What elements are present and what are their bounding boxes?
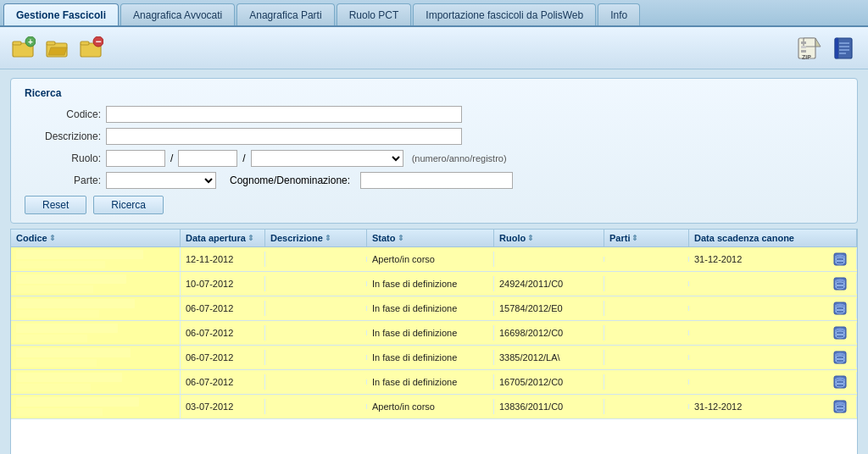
toolbar: + − xyxy=(0,27,868,69)
cell-stato: In fase di definizione xyxy=(367,350,494,365)
cell-ruolo: 16705/2012/C0 xyxy=(494,374,604,390)
cell-data: 12-11-2012 xyxy=(181,252,265,267)
cell-stato: Aperto/in corso xyxy=(367,252,494,267)
cell-parti xyxy=(604,257,689,262)
svg-text:+: + xyxy=(28,37,33,47)
reset-button[interactable]: Reset xyxy=(25,196,86,214)
th-descrizione[interactable]: Descrizione ⇕ xyxy=(265,230,367,246)
tab-anagrafica-parti[interactable]: Anagrafica Parti xyxy=(236,3,334,25)
cell-scadenza xyxy=(689,274,857,294)
remove-folder-button[interactable]: − xyxy=(78,35,105,62)
codice-row: Codice: xyxy=(25,106,843,123)
table-row[interactable]: 03-07-2012 Aperto/in corso 13836/2011/C0… xyxy=(11,395,857,419)
table-row[interactable]: 10-07-2012 In fase di definizione 24924/… xyxy=(11,272,857,296)
row-action-button[interactable] xyxy=(829,301,851,316)
sort-icon-ruolo: ⇕ xyxy=(527,234,534,242)
cell-parti xyxy=(604,330,689,335)
cognome-input[interactable] xyxy=(360,172,513,189)
cell-codice xyxy=(11,321,181,345)
cell-data: 06-07-2012 xyxy=(181,301,265,316)
table-row[interactable]: 06-07-2012 In fase di definizione 16705/… xyxy=(11,370,857,395)
row-action-button[interactable] xyxy=(829,399,851,414)
cell-descrizione xyxy=(265,281,367,286)
cell-scadenza: 31-12-2012 xyxy=(689,249,857,269)
descrizione-row: Descrizione: xyxy=(25,128,843,145)
table-header: Codice ⇕ Data apertura ⇕ Descrizione ⇕ S… xyxy=(11,230,857,247)
tab-info[interactable]: Info xyxy=(598,3,640,25)
svg-text:ZIP: ZIP xyxy=(802,54,811,60)
cell-scadenza: 31-12-2012 xyxy=(689,396,857,417)
cell-stato: In fase di definizione xyxy=(367,301,494,316)
table-row[interactable]: 06-07-2012 In fase di definizione 3385/2… xyxy=(11,346,857,370)
cell-data: 06-07-2012 xyxy=(181,325,265,340)
table-row[interactable]: 12-11-2012 Aperto/in corso 31-12-2012 xyxy=(11,247,857,272)
tab-ruolo-pct[interactable]: Ruolo PCT xyxy=(337,3,412,25)
svg-rect-14 xyxy=(801,42,806,44)
tab-gestione-fascicoli[interactable]: Gestione Fascicoli xyxy=(3,3,119,25)
cell-stato: In fase di definizione xyxy=(367,276,494,291)
row-action-button[interactable] xyxy=(829,350,851,365)
toolbar-right: ZIP xyxy=(797,35,858,62)
cell-descrizione xyxy=(265,379,367,385)
cell-descrizione xyxy=(265,257,367,262)
add-folder-button[interactable]: + xyxy=(10,35,37,62)
th-ruolo[interactable]: Ruolo ⇕ xyxy=(494,230,604,246)
svg-point-49 xyxy=(836,352,844,356)
cell-descrizione xyxy=(265,330,367,335)
descrizione-input[interactable] xyxy=(106,128,462,145)
sort-icon-desc: ⇕ xyxy=(325,234,331,242)
database-icon xyxy=(832,374,848,390)
tab-anagrafica-avvocati[interactable]: Anagrafica Avvocati xyxy=(120,3,235,25)
cell-codice xyxy=(11,370,181,394)
ricerca-button[interactable]: Ricerca xyxy=(93,196,164,214)
th-stato[interactable]: Stato ⇕ xyxy=(367,230,494,246)
table-row[interactable]: 06-07-2012 In fase di definizione 15784/… xyxy=(11,296,857,321)
th-scadenza[interactable]: Data scadenza canone xyxy=(689,230,857,246)
database-icon xyxy=(832,252,848,267)
cell-ruolo: 24924/2011/C0 xyxy=(494,276,604,291)
book-icon xyxy=(832,36,856,60)
cell-data: 10-07-2012 xyxy=(181,276,265,291)
zip-button[interactable]: ZIP xyxy=(797,35,824,62)
table-row[interactable]: 06-07-2012 In fase di definizione 16698/… xyxy=(11,321,857,346)
cell-ruolo: 13836/2011/C0 xyxy=(494,399,604,414)
cell-parti xyxy=(604,379,689,385)
cell-parti xyxy=(604,281,689,286)
cell-descrizione xyxy=(265,306,367,311)
book-button[interactable] xyxy=(831,35,858,62)
cell-parti xyxy=(604,404,689,409)
cell-scadenza xyxy=(689,372,857,392)
row-action-button[interactable] xyxy=(829,252,851,267)
cell-data: 03-07-2012 xyxy=(181,399,265,414)
cell-codice xyxy=(11,247,181,271)
tab-bar: Gestione Fascicoli Anagrafica Avvocati A… xyxy=(0,0,868,27)
ruolo-numero-input[interactable] xyxy=(106,150,165,167)
row-action-button[interactable] xyxy=(829,276,851,291)
svg-point-55 xyxy=(836,377,844,380)
open-folder-button[interactable] xyxy=(44,35,71,62)
tab-importazione-fascicoli[interactable]: Importazione fascicoli da PolisWeb xyxy=(413,3,596,25)
cell-codice xyxy=(11,395,181,418)
parte-select[interactable] xyxy=(106,172,216,189)
sort-icon-codice: ⇕ xyxy=(49,234,56,242)
cell-descrizione xyxy=(265,355,367,360)
cell-codice xyxy=(11,296,181,320)
cell-ruolo: 16698/2012/C0 xyxy=(494,325,604,340)
codice-input[interactable] xyxy=(106,106,462,123)
th-codice[interactable]: Codice ⇕ xyxy=(11,230,181,246)
cell-stato: In fase di definizione xyxy=(367,374,494,390)
ruolo-registro-select[interactable] xyxy=(251,150,403,167)
row-action-button[interactable] xyxy=(829,325,851,340)
database-icon xyxy=(832,399,848,414)
parte-row: Parte: Cognome/Denominazione: xyxy=(25,172,843,189)
sort-icon-data: ⇕ xyxy=(248,234,254,242)
cell-ruolo xyxy=(494,257,604,262)
th-data-apertura[interactable]: Data apertura ⇕ xyxy=(181,230,265,246)
svg-rect-5 xyxy=(47,42,55,45)
cell-stato: In fase di definizione xyxy=(367,325,494,340)
th-parti[interactable]: Parti ⇕ xyxy=(604,230,689,246)
cognome-label: Cognome/Denominazione: xyxy=(230,174,350,186)
ruolo-anno-input[interactable] xyxy=(178,150,237,167)
cell-descrizione xyxy=(265,404,367,409)
row-action-button[interactable] xyxy=(829,374,851,390)
